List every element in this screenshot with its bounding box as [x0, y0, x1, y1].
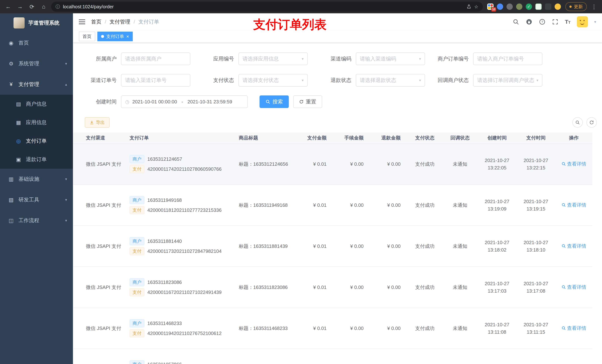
cell-status: 支付成功	[407, 144, 442, 185]
view-detail-link[interactable]: 查看详情	[561, 202, 586, 208]
extension-grid-icon[interactable]: 10	[487, 3, 494, 10]
target-icon: ◎	[16, 138, 22, 144]
breadcrumb-home[interactable]: 首页	[91, 18, 101, 25]
col-amount: 支付金额	[296, 132, 333, 144]
sidebar-item-workflow[interactable]: ◫ 工作流程 ▾	[0, 210, 73, 231]
sidebar-item-payment[interactable]: ¥ 支付管理 ▴	[0, 74, 73, 95]
cell-pay-time: 2021-10-2713:17:08	[516, 267, 555, 308]
share-icon[interactable]	[466, 4, 471, 9]
bookmark-star-icon[interactable]: ☆	[474, 4, 478, 10]
font-size-icon[interactable]: TT	[565, 19, 570, 25]
cell-id: 16	[73, 349, 82, 364]
screen: ← → ⟳ ⌂ ⓘ localhost:1024/pay/order ☆ 10 …	[0, 0, 602, 364]
sidebar-item-infra[interactable]: ▥ 基础设施 ▾	[0, 169, 73, 189]
extension-dark-icon[interactable]	[545, 3, 551, 10]
reset-button[interactable]: 重置	[293, 95, 322, 108]
avatar-caret-icon[interactable]: ▾	[594, 20, 596, 24]
sidebar-item-app-info[interactable]: ▦ 应用信息	[0, 113, 73, 132]
update-label: 更新	[574, 4, 583, 10]
field-channel-order: 渠道订单号	[80, 74, 190, 87]
sidebar-item-label: 工作流程	[19, 217, 39, 224]
forward-icon[interactable]: →	[16, 3, 24, 10]
app-select[interactable]: 请选择应用信息 ▾	[238, 52, 308, 65]
back-icon[interactable]: ←	[4, 3, 13, 10]
tools-icon: ▧	[8, 197, 14, 203]
chevron-down-icon: ▾	[65, 218, 67, 223]
extension-drop-icon[interactable]	[497, 3, 503, 10]
field-label: 支付状态	[198, 77, 238, 84]
help-icon[interactable]: ?	[539, 19, 546, 25]
extension-olive-icon[interactable]	[516, 3, 522, 10]
github-icon[interactable]	[526, 18, 533, 25]
cell-refund: ¥ 0.00	[370, 308, 407, 349]
cell-pay-time	[516, 349, 555, 364]
channel-code-select[interactable]: 请输入渠道编码 ▾	[356, 52, 425, 65]
merchant-no: 1635312124657	[147, 156, 182, 162]
browser-menu-icon[interactable]: ⋮	[590, 3, 598, 10]
cell-refund: ¥ 0.00	[370, 144, 407, 185]
breadcrumb-pay[interactable]: 支付管理	[110, 18, 130, 25]
reload-icon[interactable]: ⟳	[27, 3, 36, 10]
tab-home[interactable]: 首页	[79, 32, 95, 41]
extension-notes-icon[interactable]	[535, 3, 542, 10]
table-toolbar: 导出	[73, 117, 602, 128]
cell-id: 18	[73, 267, 82, 308]
tab-pay-order[interactable]: 支付订单 ×	[97, 32, 133, 41]
sidebar-item-refund-order[interactable]: ▣ 退款订单	[0, 150, 73, 169]
merchant-order-input[interactable]	[473, 52, 542, 65]
site-info-icon[interactable]: ⓘ	[55, 4, 60, 10]
page-content: 所属商户 应用编号 请选择应用信息 ▾ 渠道编码 请输入渠道编码	[73, 43, 602, 364]
field-label: 创建时间	[80, 98, 121, 105]
cell-order: 商户1635311057866 支付	[126, 349, 235, 364]
pay-tag: 支付	[129, 247, 144, 255]
table-row: 19 微信 JSAPI 支付 商户1635311881440 支付4200001…	[73, 226, 592, 267]
field-refund-status: 退款状态 请选择退款状态 ▾	[315, 74, 425, 87]
active-dot	[101, 35, 104, 38]
user-avatar[interactable]	[577, 16, 588, 27]
date-end: 2021-10-31 23:59:59	[188, 99, 232, 105]
pay-status-select[interactable]: 请选择支付状态 ▾	[238, 74, 308, 87]
cell-create-time: 2021-10-2713:19:09	[478, 185, 516, 226]
field-label: 应用编号	[198, 55, 238, 62]
view-detail-link[interactable]: 查看详情	[561, 325, 586, 332]
filter-row-3: 创建时间 ◷ 2021-10-01 00:00:00 - 2021-10-31 …	[73, 95, 602, 108]
logo-avatar	[13, 17, 25, 29]
callback-status-select[interactable]: 请选择订单回调商户状态 ▾	[473, 74, 542, 87]
export-button[interactable]: 导出	[85, 117, 110, 128]
sidebar-item-home[interactable]: ◉ 首页	[0, 32, 73, 53]
owner-input[interactable]	[121, 52, 190, 65]
view-detail-link[interactable]: 查看详情	[561, 161, 586, 167]
col-pay-time: 支付时间	[516, 132, 555, 144]
refresh-button[interactable]	[586, 117, 597, 128]
view-detail-link[interactable]: 查看详情	[561, 243, 586, 249]
fullscreen-icon[interactable]	[552, 19, 559, 25]
hamburger-icon[interactable]	[79, 20, 85, 24]
cell-fee: ¥ 0.00	[333, 144, 370, 185]
search-icon[interactable]	[513, 19, 519, 25]
sidebar-item-devtools[interactable]: ▧ 研发工具 ▾	[0, 189, 73, 210]
sidebar-item-pay-order[interactable]: ◎ 支付订单	[0, 132, 73, 150]
extension-gray-icon[interactable]	[506, 3, 513, 10]
close-icon[interactable]: ×	[126, 34, 129, 39]
channel-order-input[interactable]	[121, 74, 190, 87]
col-create-time: 创建时间	[478, 132, 516, 144]
extension-emoji-icon[interactable]	[555, 3, 561, 10]
sidebar-item-label: 支付订单	[26, 137, 47, 145]
table-header-row: 编号 支付渠道 支付订单 商品标题 支付金额 手续金额 退款金额 支付状态 回调…	[73, 132, 592, 144]
browser-update-button[interactable]: 更新	[565, 2, 587, 11]
view-detail-link[interactable]: 查看详情	[561, 284, 586, 290]
url-bar[interactable]: ⓘ localhost:1024/pay/order ☆	[51, 2, 483, 12]
toggle-search-button[interactable]	[572, 117, 583, 128]
home-icon[interactable]: ⌂	[39, 3, 48, 10]
cell-channel: 微信 JSAPI 支付	[82, 185, 126, 226]
extension-check-icon[interactable]: ✓	[526, 3, 532, 10]
cell-fee: ¥ 0.00	[333, 267, 370, 308]
app-logo[interactable]: 芋道管理系统	[0, 13, 73, 32]
search-button[interactable]: 搜索	[259, 95, 289, 108]
sidebar-item-system[interactable]: ⚙ 系统管理 ▾	[0, 53, 73, 74]
col-order: 支付订单	[126, 132, 235, 144]
date-range-input[interactable]: ◷ 2021-10-01 00:00:00 - 2021-10-31 23:59…	[121, 95, 248, 108]
update-dot	[570, 6, 572, 8]
sidebar-item-merchant-info[interactable]: ▤ 商户信息	[0, 95, 73, 113]
refund-status-select[interactable]: 请选择退款状态 ▾	[356, 74, 425, 87]
